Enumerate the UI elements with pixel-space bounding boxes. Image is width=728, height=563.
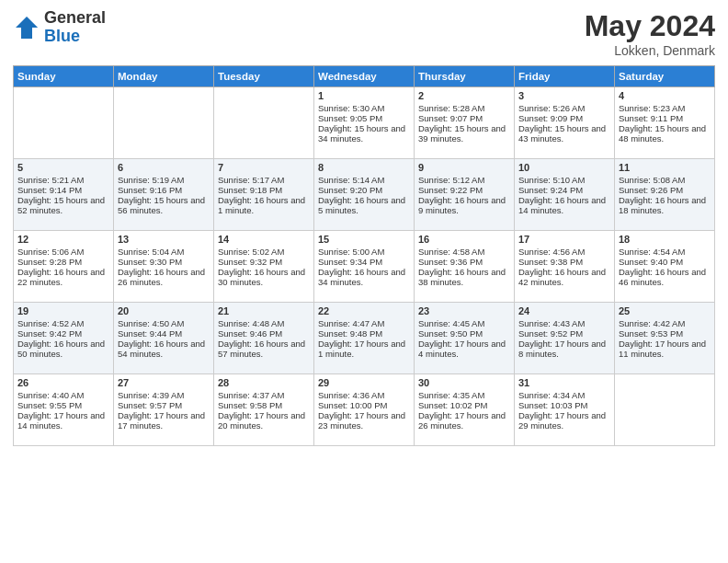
sunrise-text: Sunrise: 5:02 AM [218, 247, 310, 257]
sunrise-text: Sunrise: 4:47 AM [318, 318, 410, 328]
sunset-text: Sunset: 9:26 PM [619, 185, 711, 195]
daylight-text: Daylight: 15 hours and 48 minutes. [619, 123, 711, 144]
sunrise-text: Sunrise: 5:26 AM [518, 103, 610, 113]
sunset-text: Sunset: 9:28 PM [17, 257, 109, 267]
daylight-text: Daylight: 16 hours and 14 minutes. [518, 195, 610, 215]
day-number: 11 [619, 162, 711, 173]
day-number: 24 [518, 305, 610, 316]
sunrise-text: Sunrise: 5:21 AM [17, 175, 109, 185]
day-number: 25 [619, 305, 711, 316]
day-number: 2 [418, 90, 510, 101]
daylight-text: Daylight: 15 hours and 34 minutes. [318, 123, 410, 144]
daylight-text: Daylight: 17 hours and 1 minute. [318, 339, 410, 359]
month-year: May 2024 [585, 9, 715, 43]
sunrise-text: Sunrise: 5:06 AM [17, 247, 109, 257]
calendar-cell: 10Sunrise: 5:10 AMSunset: 9:24 PMDayligh… [515, 159, 615, 231]
sunrise-text: Sunrise: 5:19 AM [118, 175, 210, 185]
calendar-cell: 21Sunrise: 4:48 AMSunset: 9:46 PMDayligh… [214, 303, 314, 374]
day-number: 14 [218, 234, 310, 245]
sunrise-text: Sunrise: 5:10 AM [518, 175, 610, 185]
sunset-text: Sunset: 9:14 PM [17, 185, 109, 195]
day-number: 15 [318, 234, 410, 245]
day-number: 27 [118, 377, 210, 388]
sunset-text: Sunset: 9:24 PM [518, 185, 610, 195]
day-number: 7 [218, 162, 310, 173]
calendar-cell: 26Sunrise: 4:40 AMSunset: 9:55 PMDayligh… [14, 374, 114, 446]
day-number: 30 [418, 377, 510, 388]
calendar-cell: 23Sunrise: 4:45 AMSunset: 9:50 PMDayligh… [415, 303, 515, 374]
sunset-text: Sunset: 9:11 PM [619, 113, 711, 123]
calendar-cell: 17Sunrise: 4:56 AMSunset: 9:38 PMDayligh… [515, 231, 615, 303]
calendar-cell: 18Sunrise: 4:54 AMSunset: 9:40 PMDayligh… [615, 231, 715, 303]
day-number: 3 [518, 90, 610, 101]
calendar-header-row: Sunday Monday Tuesday Wednesday Thursday… [14, 66, 715, 87]
sunrise-text: Sunrise: 4:37 AM [218, 390, 310, 400]
sunset-text: Sunset: 9:53 PM [619, 328, 711, 339]
calendar-cell: 4Sunrise: 5:23 AMSunset: 9:11 PMDaylight… [615, 87, 715, 159]
sunrise-text: Sunrise: 5:04 AM [118, 247, 210, 257]
calendar-cell: 9Sunrise: 5:12 AMSunset: 9:22 PMDaylight… [415, 159, 515, 231]
sunset-text: Sunset: 9:38 PM [518, 257, 610, 267]
calendar-cell: 7Sunrise: 5:17 AMSunset: 9:18 PMDaylight… [214, 159, 314, 231]
daylight-text: Daylight: 16 hours and 42 minutes. [518, 267, 610, 287]
daylight-text: Daylight: 15 hours and 43 minutes. [518, 123, 610, 144]
col-tuesday: Tuesday [214, 66, 314, 87]
sunrise-text: Sunrise: 4:39 AM [118, 390, 210, 400]
sunrise-text: Sunrise: 5:30 AM [318, 103, 410, 113]
sunrise-text: Sunrise: 5:08 AM [619, 175, 711, 185]
sunrise-text: Sunrise: 4:43 AM [518, 318, 610, 328]
daylight-text: Daylight: 17 hours and 20 minutes. [218, 410, 310, 431]
sunrise-text: Sunrise: 4:34 AM [518, 390, 610, 400]
sunset-text: Sunset: 9:18 PM [218, 185, 310, 195]
day-number: 18 [619, 234, 711, 245]
day-number: 20 [118, 305, 210, 316]
daylight-text: Daylight: 16 hours and 38 minutes. [418, 267, 510, 287]
calendar-cell: 14Sunrise: 5:02 AMSunset: 9:32 PMDayligh… [214, 231, 314, 303]
calendar-week-3: 12Sunrise: 5:06 AMSunset: 9:28 PMDayligh… [14, 231, 715, 303]
calendar-week-5: 26Sunrise: 4:40 AMSunset: 9:55 PMDayligh… [14, 374, 715, 446]
sunset-text: Sunset: 9:48 PM [318, 328, 410, 339]
daylight-text: Daylight: 16 hours and 1 minute. [218, 195, 310, 215]
col-wednesday: Wednesday [314, 66, 415, 87]
sunset-text: Sunset: 9:46 PM [218, 328, 310, 339]
daylight-text: Daylight: 16 hours and 5 minutes. [318, 195, 410, 215]
logo-text: General Blue [44, 9, 106, 46]
daylight-text: Daylight: 17 hours and 29 minutes. [518, 410, 610, 431]
calendar-cell: 24Sunrise: 4:43 AMSunset: 9:52 PMDayligh… [515, 303, 615, 374]
day-number: 16 [418, 234, 510, 245]
calendar-week-4: 19Sunrise: 4:52 AMSunset: 9:42 PMDayligh… [14, 303, 715, 374]
calendar-cell: 6Sunrise: 5:19 AMSunset: 9:16 PMDaylight… [114, 159, 214, 231]
sunrise-text: Sunrise: 5:17 AM [218, 175, 310, 185]
sunset-text: Sunset: 9:34 PM [318, 257, 410, 267]
day-number: 19 [17, 305, 109, 316]
calendar-cell [14, 87, 114, 159]
logo-blue-text: Blue [44, 28, 106, 46]
calendar-cell: 27Sunrise: 4:39 AMSunset: 9:57 PMDayligh… [114, 374, 214, 446]
sunset-text: Sunset: 9:52 PM [518, 328, 610, 339]
calendar-cell: 8Sunrise: 5:14 AMSunset: 9:20 PMDaylight… [314, 159, 415, 231]
day-number: 1 [318, 90, 410, 101]
sunrise-text: Sunrise: 4:50 AM [118, 318, 210, 328]
day-number: 29 [318, 377, 410, 388]
day-number: 26 [17, 377, 109, 388]
calendar-cell: 1Sunrise: 5:30 AMSunset: 9:05 PMDaylight… [314, 87, 415, 159]
col-saturday: Saturday [615, 66, 715, 87]
sunrise-text: Sunrise: 4:58 AM [418, 247, 510, 257]
sunset-text: Sunset: 9:50 PM [418, 328, 510, 339]
location: Lokken, Denmark [585, 43, 715, 58]
sunset-text: Sunset: 9:57 PM [118, 400, 210, 410]
day-number: 13 [118, 234, 210, 245]
sunrise-text: Sunrise: 4:35 AM [418, 390, 510, 400]
sunset-text: Sunset: 9:44 PM [118, 328, 210, 339]
calendar-cell [214, 87, 314, 159]
daylight-text: Daylight: 16 hours and 57 minutes. [218, 339, 310, 359]
sunrise-text: Sunrise: 4:56 AM [518, 247, 610, 257]
sunrise-text: Sunrise: 5:12 AM [418, 175, 510, 185]
daylight-text: Daylight: 16 hours and 26 minutes. [118, 267, 210, 287]
day-number: 4 [619, 90, 711, 101]
sunrise-text: Sunrise: 5:00 AM [318, 247, 410, 257]
day-number: 28 [218, 377, 310, 388]
sunset-text: Sunset: 9:32 PM [218, 257, 310, 267]
col-monday: Monday [114, 66, 214, 87]
col-friday: Friday [515, 66, 615, 87]
